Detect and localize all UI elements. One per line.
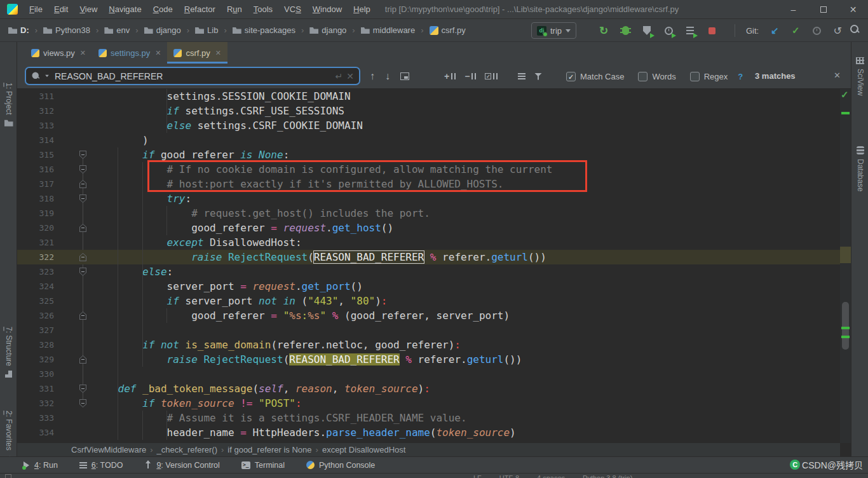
code-line-331[interactable]: 331 def _bad_token_message(self, reason,… xyxy=(17,381,840,396)
run-with-coverage-button[interactable] xyxy=(641,24,653,37)
code-line-333[interactable]: 333 # Assume it is a settings.CSRF_HEADE… xyxy=(17,411,840,425)
code-line-314[interactable]: 314 ) xyxy=(17,133,840,147)
menu-file[interactable]: File xyxy=(24,4,48,14)
code-line-327[interactable]: 327 xyxy=(17,323,840,338)
search-history-caret-icon[interactable] xyxy=(45,75,49,78)
path-python38[interactable]: Python38 xyxy=(41,24,92,36)
stripe-1-project[interactable]: 1: Project xyxy=(0,83,17,126)
checkbox-regex[interactable] xyxy=(690,72,700,81)
previous-occurrence-button[interactable]: ↑ xyxy=(370,71,375,82)
filter-funnel-icon[interactable] xyxy=(534,73,542,80)
open-in-find-window-button[interactable] xyxy=(400,72,409,80)
breadcrumb-if-good-referer-is-none[interactable]: if good_referer is None xyxy=(227,445,311,454)
fold-marker-icon[interactable] xyxy=(79,268,86,276)
path-lib[interactable]: Lib xyxy=(193,24,220,36)
code-line-321[interactable]: 321 except DisallowedHost: xyxy=(17,235,840,250)
filter-lines-icon[interactable] xyxy=(518,73,526,79)
select-all-occurrences-button[interactable]: ✓ xyxy=(485,73,498,79)
breadcrumb-csrfviewmiddleware[interactable]: CsrfViewMiddleware xyxy=(71,445,146,454)
close-find-bar-icon[interactable]: ✕ xyxy=(834,71,841,80)
checkbox-match-case[interactable]: ✓ xyxy=(566,72,576,81)
option-regex[interactable]: Regex xyxy=(690,72,728,81)
add-selection-button[interactable]: + xyxy=(444,71,456,81)
path-site-packages[interactable]: site-packages xyxy=(231,24,297,36)
path-d[interactable]: D: xyxy=(6,24,31,36)
rollback-button[interactable]: ↺ xyxy=(831,24,844,37)
fold-marker-icon[interactable] xyxy=(79,195,86,203)
fold-marker-icon[interactable] xyxy=(79,253,86,261)
fold-marker-icon[interactable] xyxy=(79,165,86,174)
error-stripe[interactable]: ✓ xyxy=(840,89,851,443)
menu-view[interactable]: View xyxy=(74,4,103,14)
code-line-313[interactable]: 313 else settings.CSRF_COOKIE_DOMAIN xyxy=(17,118,840,133)
toolwindow-python-console[interactable]: Python Console xyxy=(306,461,375,470)
remove-selection-button[interactable]: − xyxy=(465,71,476,81)
stripe-2-favorites[interactable]: 2: Favorites★ xyxy=(0,411,17,463)
code-line-320[interactable]: 320 good_referer = request.get_host() xyxy=(17,221,840,235)
toolwindow-terminal[interactable]: >_Terminal xyxy=(241,461,285,470)
maximize-button[interactable] xyxy=(808,0,838,19)
code-line-329[interactable]: 329 raise RejectRequest(REASON_BAD_REFER… xyxy=(17,352,840,367)
menu-refactor[interactable]: Refactor xyxy=(179,4,221,14)
fold-marker-icon[interactable] xyxy=(79,385,86,393)
scrollbar-thumb[interactable] xyxy=(842,302,849,350)
tab-csrf-py[interactable]: csrf.py✕ xyxy=(167,42,227,64)
code-line-330[interactable]: 330 xyxy=(17,367,840,381)
tab-settings-py[interactable]: settings.py✕ xyxy=(92,42,167,64)
history-button[interactable] xyxy=(810,24,823,37)
path-middleware[interactable]: middleware xyxy=(359,24,417,36)
path-django[interactable]: django xyxy=(308,24,348,36)
code-line-328[interactable]: 328 if not is_same_domain(referer.netloc… xyxy=(17,338,840,352)
breadcrumb-except-disallowedhost[interactable]: except DisallowedHost xyxy=(322,445,406,454)
newline-icon[interactable]: ↵ xyxy=(336,71,343,81)
menu-window[interactable]: Window xyxy=(307,4,348,14)
status-item[interactable]: UTF-8 xyxy=(499,474,519,478)
menu-vcs[interactable]: VCS xyxy=(278,4,307,14)
code-line-325[interactable]: 325 if server_port not in ("443", "80"): xyxy=(17,294,840,308)
code-line-326[interactable]: 326 good_referer = "%s:%s" % (good_refer… xyxy=(17,308,840,323)
next-occurrence-button[interactable]: ↓ xyxy=(385,71,390,82)
fold-marker-icon[interactable] xyxy=(79,311,86,320)
fold-marker-icon[interactable] xyxy=(79,151,86,159)
regex-help-icon[interactable]: ? xyxy=(738,72,743,81)
fold-marker-icon[interactable] xyxy=(79,399,86,407)
inspections-ok-icon[interactable]: ✓ xyxy=(841,89,849,100)
code-line-319[interactable]: 319 # request.get_host() includes the po… xyxy=(17,206,840,221)
code-line-332[interactable]: 332 if token_source != "POST": xyxy=(17,396,840,411)
rerun-button[interactable]: ↻ xyxy=(597,24,610,37)
tab-views-py[interactable]: views.py✕ xyxy=(25,42,92,64)
status-item[interactable]: LF xyxy=(473,474,482,478)
close-icon[interactable]: ✕ xyxy=(80,49,86,57)
code-line-323[interactable]: 323 else: xyxy=(17,264,840,279)
profiler-button[interactable] xyxy=(662,24,675,37)
path-csrf-py[interactable]: csrf.py xyxy=(428,24,468,36)
stripe-database[interactable]: Database xyxy=(851,146,868,191)
menu-help[interactable]: Help xyxy=(348,4,376,14)
code-line-311[interactable]: 311 settings.SESSION_COOKIE_DOMAIN xyxy=(17,89,840,104)
stripe-7-structure[interactable]: 7: Structure xyxy=(0,327,17,378)
breadcrumb-check-referer[interactable]: _check_referer() xyxy=(157,445,217,454)
fold-marker-icon[interactable] xyxy=(79,224,86,232)
code-line-318[interactable]: 318 try: xyxy=(17,191,840,206)
fold-marker-icon[interactable] xyxy=(79,180,86,188)
code-line-322[interactable]: 322 raise RejectRequest(REASON_BAD_REFER… xyxy=(17,250,840,264)
toolwindow-4-run[interactable]: 4: Run xyxy=(23,461,58,470)
code-line-324[interactable]: 324 server_port = request.get_port() xyxy=(17,279,840,294)
close-button[interactable]: ✕ xyxy=(838,0,868,19)
status-item[interactable]: 4 spaces xyxy=(537,474,565,478)
menu-navigate[interactable]: Navigate xyxy=(103,4,147,14)
stripe-sciview[interactable]: SciView xyxy=(851,57,868,95)
option-match-case[interactable]: ✓Match Case xyxy=(566,72,624,81)
menu-tools[interactable]: Tools xyxy=(248,4,278,14)
status-item[interactable]: Python 3.8 (trip) xyxy=(583,474,632,478)
toolwindow-6-todo[interactable]: 6: TODO xyxy=(79,461,123,470)
stop-button[interactable] xyxy=(705,24,718,37)
update-project-button[interactable]: ↙ xyxy=(768,24,781,37)
path-env[interactable]: env xyxy=(102,24,132,36)
close-icon[interactable]: ✕ xyxy=(215,49,221,57)
concurrency-diagram-button[interactable] xyxy=(684,24,696,37)
commit-button[interactable]: ✓ xyxy=(789,24,802,37)
menu-code[interactable]: Code xyxy=(147,4,179,14)
search-everywhere-button[interactable] xyxy=(850,25,860,34)
toolwindow-9-version-control[interactable]: 9: Version Control xyxy=(144,461,219,470)
